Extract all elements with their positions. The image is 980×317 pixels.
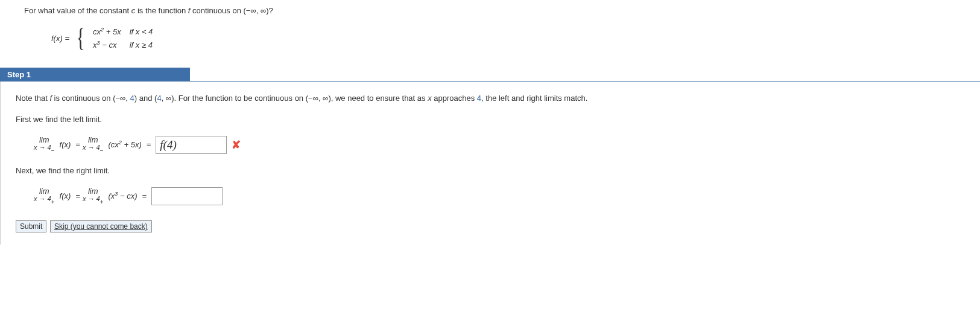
step-tab: Step 1 [0,68,190,82]
note-text: Note that [16,94,49,103]
limit-block: lim x → 4− [83,136,104,153]
left-expr: (cx2 + 5x) [108,139,141,149]
limit-block: lim x → 4− [34,136,55,153]
note-text: is continuous on (−∞, [52,94,130,103]
prompt-text: is the function [135,6,188,15]
prompt-text: For what value of the constant [24,6,131,15]
approach-value: 4 [477,94,481,103]
left-answer-input[interactable]: f(4) [156,136,227,154]
case2-cond: if x ≥ 4 [130,39,160,51]
note-text: , ∞). For the function to be continuous … [162,94,428,103]
note-text: approaches [432,94,477,103]
case1-cond: if x < 4 [130,25,160,37]
limit-block: lim x → 4+ [83,187,104,204]
limit-block: lim x → 4+ [34,187,55,204]
brace-icon: { [76,25,85,51]
lim-subscript: x → 4− [83,144,104,153]
fx-label: f(x) = [51,34,69,43]
lim-subscript: x → 4− [34,144,55,153]
lim-subscript: x → 4+ [34,196,55,205]
lim-label: lim [88,187,98,196]
step-content: Note that f is continuous on (−∞, 4) and… [0,82,980,245]
lim-label: lim [39,136,49,144]
step-header: Step 1 [0,68,980,82]
lim-label: lim [39,187,49,196]
answer-value: f(4) [160,138,176,152]
approach-value: 4 [157,94,161,103]
right-limit-row: lim x → 4+ f(x) = lim x → 4+ (x3 − cx) = [34,187,965,205]
equals: = [75,191,80,200]
lim-label: lim [88,136,98,144]
right-limit-label: Next, we find the right limit. [16,166,965,175]
equals: = [142,191,147,200]
fx-term: f(x) [60,191,71,200]
button-row: Submit Skip (you cannot come back) [16,220,965,232]
case2-expr: x3 − cx [93,39,128,51]
step-note: Note that f is continuous on (−∞, 4) and… [16,94,965,103]
prompt-text: continuous on (−∞, ∞)? [190,6,273,15]
incorrect-icon: ✘ [232,138,241,152]
step-divider [190,68,980,82]
left-limit-row: lim x → 4− f(x) = lim x → 4− (cx2 + 5x) … [34,136,965,154]
note-text: ) and ( [134,94,157,103]
submit-button[interactable]: Submit [16,220,46,232]
fx-term: f(x) [60,140,71,149]
right-expr: (x3 − cx) [108,191,137,200]
note-text: , the left and right limits match. [481,94,587,103]
skip-button[interactable]: Skip (you cannot come back) [50,220,152,232]
question-prompt: For what value of the constant c is the … [24,6,956,15]
cases-table: cx2 + 5x if x < 4 x3 − cx if x ≥ 4 [92,24,161,53]
lim-subscript: x → 4+ [83,196,104,205]
piecewise-function: f(x) = { cx2 + 5x if x < 4 x3 − cx if x … [51,24,956,53]
approach-value: 4 [130,94,134,103]
case1-expr: cx2 + 5x [93,25,128,37]
question-area: For what value of the constant c is the … [0,0,980,68]
right-answer-input[interactable] [151,187,223,205]
equals: = [147,140,151,149]
equals: = [75,140,80,149]
first-limit-label: First we find the left limit. [16,115,965,124]
